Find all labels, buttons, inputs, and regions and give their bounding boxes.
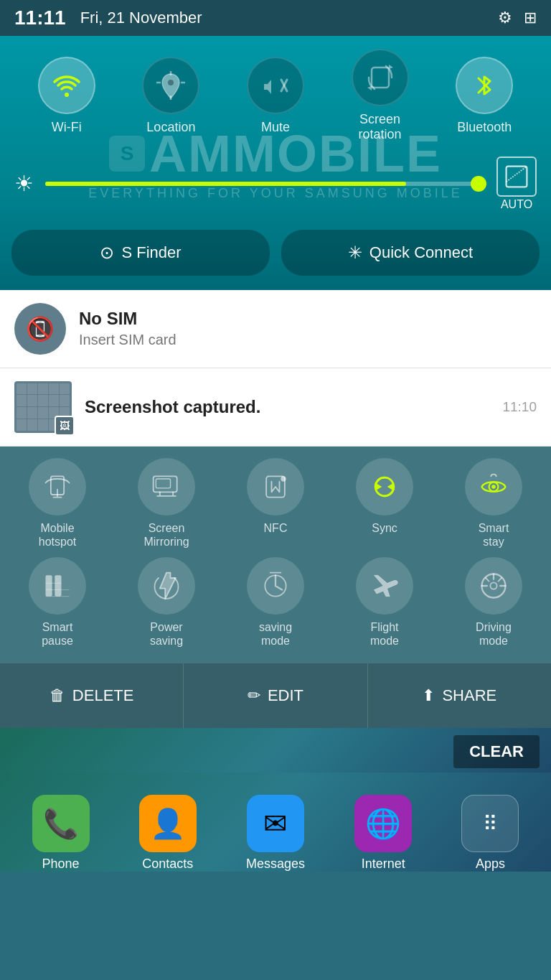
screenshot-content: Screenshot captured.	[85, 397, 489, 417]
toggle-rotation[interactable]: Screenrotation	[352, 49, 409, 142]
notifications-panel: 📵 No SIM Insert SIM card	[0, 290, 551, 447]
toggle-screenmirroring[interactable]: ScreenMirroring	[116, 458, 217, 549]
drivingmode-label: Drivingmode	[476, 620, 512, 648]
wifi-icon	[51, 70, 83, 101]
bluetooth-toggle-circle[interactable]	[456, 57, 513, 114]
auto-brightness[interactable]: AUTO	[496, 157, 537, 211]
sfinder-button[interactable]: ⊙ S Finder	[11, 230, 270, 276]
dock-messages[interactable]: ✉ Messages	[246, 795, 305, 872]
sync-label: Sync	[372, 521, 397, 535]
screenmirroring-label: ScreenMirroring	[143, 521, 189, 549]
brightness-fill	[45, 182, 406, 186]
svg-rect-21	[46, 575, 52, 596]
dock-contacts[interactable]: 👤 Contacts	[139, 795, 197, 872]
delete-icon: 🗑	[50, 686, 65, 705]
toggle-smartstay[interactable]: Smartstay	[443, 458, 544, 549]
toggle-flightmode[interactable]: Flightmode	[334, 557, 435, 648]
dock-phone[interactable]: 📞 Phone	[32, 795, 90, 872]
sfinder-icon: ⊙	[100, 243, 114, 263]
toggle-powersaving[interactable]: Powersaving	[116, 557, 217, 648]
status-time: 11:11	[14, 6, 66, 29]
mute-toggle-circle[interactable]	[247, 57, 304, 114]
powersaving-icon	[151, 570, 182, 602]
nfc-circle[interactable]	[247, 458, 304, 515]
rotation-toggle-circle[interactable]	[352, 49, 409, 106]
svg-rect-14	[156, 479, 170, 488]
auto-box	[496, 157, 537, 197]
toggle-sync[interactable]: Sync	[334, 458, 435, 549]
savingmode-label: savingmode	[259, 620, 292, 648]
sync-circle[interactable]	[356, 458, 413, 515]
nosim-icon: 📵	[26, 315, 55, 342]
mobilehotspot-circle[interactable]	[29, 458, 86, 515]
brightness-row: ☀ AUTO	[0, 148, 551, 220]
smartstay-label: Smartstay	[479, 521, 509, 549]
extra-toggle-row1: Mobilehotspot ScreenMirroring	[7, 458, 544, 549]
toggle-nfc[interactable]: NFC	[225, 458, 326, 549]
flightmode-circle[interactable]	[356, 557, 413, 615]
smartstay-circle[interactable]	[465, 458, 522, 515]
toggle-wifi[interactable]: Wi-Fi	[38, 57, 95, 135]
contacts-label: Contacts	[142, 857, 193, 872]
brightness-track[interactable]	[45, 182, 485, 186]
toggle-mute[interactable]: Mute	[247, 57, 304, 135]
quick-settings-panel: S AMMOBILE EVERYTHING FOR YOUR SAMSUNG M…	[0, 36, 551, 290]
status-icons: ⚙ ⊞	[498, 9, 537, 27]
toggle-smartpause[interactable]: Smartpause	[7, 557, 108, 648]
svg-marker-18	[387, 482, 394, 490]
contacts-icon[interactable]: 👤	[139, 795, 197, 852]
smartpause-circle[interactable]	[29, 557, 86, 615]
savingmode-circle[interactable]	[247, 557, 304, 615]
mute-label: Mute	[261, 120, 290, 135]
bluetooth-icon	[468, 70, 500, 101]
drivingmode-icon	[478, 570, 509, 602]
messages-icon[interactable]: ✉	[247, 795, 304, 852]
wifi-label: Wi-Fi	[52, 120, 82, 135]
grid-icon[interactable]: ⊞	[524, 9, 537, 27]
clear-button[interactable]: CLEAR	[453, 735, 540, 768]
toggle-drivingmode[interactable]: Drivingmode	[443, 557, 544, 648]
bluetooth-label: Bluetooth	[457, 120, 512, 135]
extra-toggle-row2: Smartpause Powersaving savingmode	[7, 557, 544, 648]
dock-row: 📞 Phone 👤 Contacts ✉ Messages 🌐 Internet…	[0, 773, 551, 872]
toggle-savingmode[interactable]: savingmode	[225, 557, 326, 648]
wifi-toggle-circle[interactable]	[38, 57, 95, 114]
sync-icon	[369, 471, 400, 503]
nosim-subtitle: Insert SIM card	[79, 332, 537, 348]
dock-apps[interactable]: ⠿ Apps	[461, 795, 519, 872]
smartpause-label: Smartpause	[42, 620, 73, 648]
delete-button[interactable]: 🗑 DELETE	[0, 663, 184, 728]
dock-internet[interactable]: 🌐 Internet	[354, 795, 412, 872]
smartpause-icon	[42, 570, 73, 602]
share-button[interactable]: ⬆ SHARE	[368, 663, 551, 728]
screenmirroring-icon	[151, 471, 182, 503]
sfinder-label: S Finder	[121, 243, 181, 262]
svg-point-26	[490, 582, 496, 589]
clear-button-wrap: CLEAR	[0, 728, 551, 773]
toggle-location[interactable]: Location	[142, 57, 199, 135]
powersaving-circle[interactable]	[138, 557, 195, 615]
edit-icon: ✏	[248, 686, 260, 705]
svg-line-11	[507, 167, 527, 182]
nfc-label: NFC	[264, 521, 288, 535]
auto-label: AUTO	[501, 198, 532, 211]
edit-button[interactable]: ✏ EDIT	[184, 663, 367, 728]
apps-icon[interactable]: ⠿	[461, 795, 519, 852]
screenmirroring-circle[interactable]	[138, 458, 195, 515]
quickconnect-button[interactable]: ✳ Quick Connect	[281, 230, 540, 276]
settings-icon[interactable]: ⚙	[498, 9, 512, 27]
notification-screenshot[interactable]: 🖼 Screenshot captured. 11:10	[0, 368, 551, 447]
delete-label: DELETE	[72, 686, 134, 705]
internet-icon[interactable]: 🌐	[354, 795, 412, 852]
toggle-bluetooth[interactable]: Bluetooth	[456, 57, 513, 135]
messages-label: Messages	[246, 857, 305, 872]
phone-icon[interactable]: 📞	[32, 795, 90, 852]
drivingmode-circle[interactable]	[465, 557, 522, 615]
nfc-icon	[260, 471, 291, 503]
powersaving-label: Powersaving	[150, 620, 183, 648]
location-toggle-circle[interactable]	[142, 57, 199, 114]
svg-point-16	[281, 476, 286, 481]
notification-nosim[interactable]: 📵 No SIM Insert SIM card	[0, 290, 551, 368]
status-bar: 11:11 Fri, 21 November ⚙ ⊞	[0, 0, 551, 36]
toggle-mobilehotspot[interactable]: Mobilehotspot	[7, 458, 108, 549]
